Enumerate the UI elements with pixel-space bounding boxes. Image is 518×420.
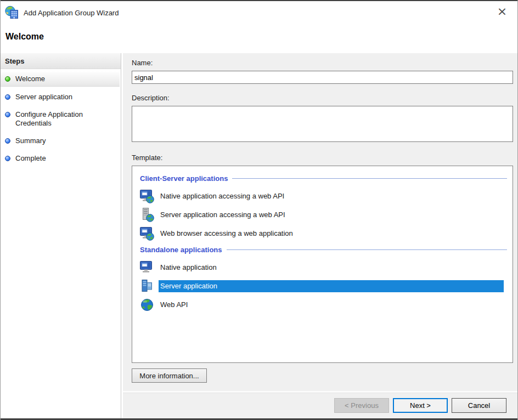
content-area: Steps Welcome Server application Configu… <box>1 53 517 418</box>
title-bar: Add Application Group Wizard × <box>1 1 517 24</box>
template-item-web-api[interactable]: Web API <box>140 296 513 314</box>
step-item-welcome: Welcome <box>1 72 120 87</box>
previous-button[interactable]: < Previous <box>334 398 389 413</box>
group-header-standalone: Standalone applications <box>140 243 513 256</box>
window-title: Add Application Group Wizard <box>24 9 119 17</box>
monitor-globe-icon <box>140 189 154 203</box>
steps-list: Welcome Server application Configure App… <box>1 69 121 166</box>
group-header-rule <box>232 178 507 179</box>
step-pending-bullet-icon <box>5 112 10 117</box>
more-information-button[interactable]: More information... <box>132 368 207 383</box>
heading-bar: Welcome <box>1 24 517 53</box>
step-item-summary: Summary <box>1 134 120 148</box>
step-item-server-application: Server application <box>1 90 120 104</box>
description-label: Description: <box>132 94 517 102</box>
template-label: Template: <box>132 154 517 162</box>
step-active-bullet-icon <box>5 76 10 82</box>
monitor-globe-icon <box>140 226 154 241</box>
page-title: Welcome <box>5 32 517 42</box>
name-input[interactable] <box>132 71 513 84</box>
step-item-complete: Complete <box>1 151 120 166</box>
template-item-native-app-web-api[interactable]: Native application accessing a web API <box>140 187 513 206</box>
wizard-window: Add Application Group Wizard × Welcome S… <box>0 0 518 420</box>
template-item-server-application[interactable]: Server application <box>140 277 513 296</box>
step-pending-bullet-icon <box>5 156 10 161</box>
close-button[interactable]: × <box>493 3 511 20</box>
server-icon <box>140 279 154 293</box>
template-item-server-app-web-api[interactable]: Server application accessing a web API <box>140 206 513 224</box>
application-group-wizard-icon <box>5 5 19 20</box>
template-item-native-application[interactable]: Native application <box>140 258 513 277</box>
description-input[interactable] <box>132 106 513 142</box>
step-item-configure-application-credentials: Configure Application Credentials <box>1 107 120 130</box>
template-item-web-browser-web-app[interactable]: Web browser accessing a web application <box>140 224 513 243</box>
cancel-button[interactable]: Cancel <box>452 398 506 413</box>
next-button[interactable]: Next > <box>393 398 448 413</box>
main-column: Name: Description: Template: Client-Serv… <box>121 53 517 418</box>
group-header-client-server: Client-Server applications <box>140 172 513 185</box>
step-pending-bullet-icon <box>5 94 10 100</box>
close-icon: × <box>497 4 507 18</box>
name-label: Name: <box>132 59 517 67</box>
globe-icon <box>140 298 154 312</box>
footer-button-bar: < Previous Next > Cancel <box>123 393 517 418</box>
step-pending-bullet-icon <box>5 138 10 144</box>
steps-sidebar: Steps Welcome Server application Configu… <box>1 53 121 418</box>
server-globe-icon <box>140 208 154 222</box>
main-panel: Name: Description: Template: Client-Serv… <box>123 53 517 391</box>
steps-header: Steps <box>1 53 121 69</box>
template-list: Client-Server applications Native applic… <box>132 166 513 363</box>
group-header-rule <box>227 249 507 250</box>
monitor-icon <box>140 260 154 275</box>
